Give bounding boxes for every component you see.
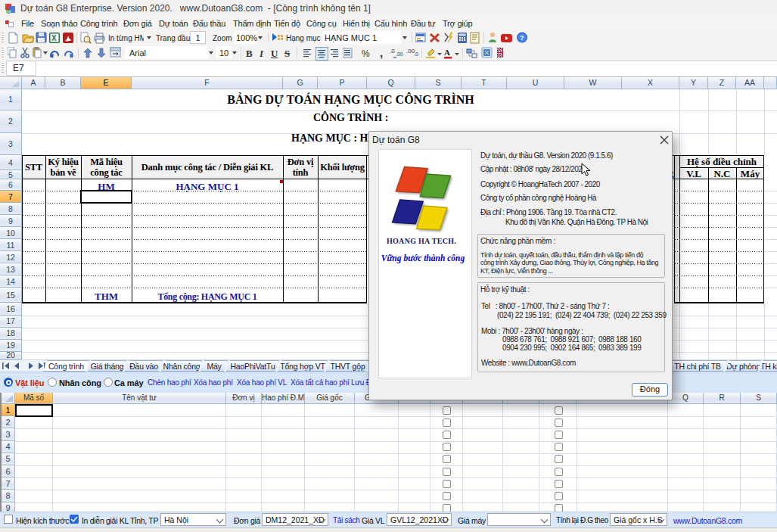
svg-text:?: ?: [520, 34, 524, 42]
svg-text:DT: DT: [5, 10, 11, 14]
svg-text:.00: .00: [396, 51, 403, 57]
svg-text:.0: .0: [390, 48, 395, 54]
svg-text:A: A: [444, 48, 450, 57]
svg-text:X: X: [51, 34, 57, 42]
svg-text:.0: .0: [414, 51, 418, 57]
